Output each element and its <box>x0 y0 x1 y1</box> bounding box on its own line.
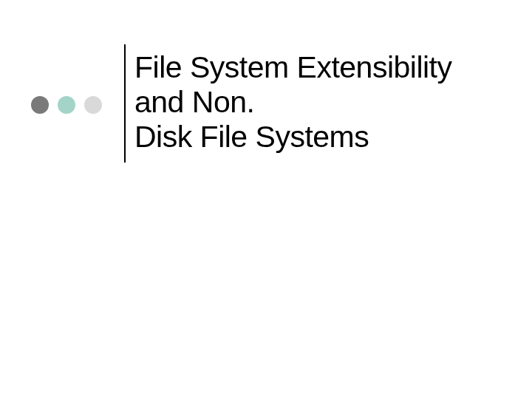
decorative-dots-row <box>31 96 102 114</box>
slide-title: File System Extensibility and Non.Disk F… <box>134 50 504 154</box>
dot-icon <box>31 96 49 114</box>
dot-icon <box>84 96 102 114</box>
vertical-divider <box>124 44 126 163</box>
slide-container: File System Extensibility and Non.Disk F… <box>0 0 532 399</box>
dot-icon <box>58 96 75 114</box>
